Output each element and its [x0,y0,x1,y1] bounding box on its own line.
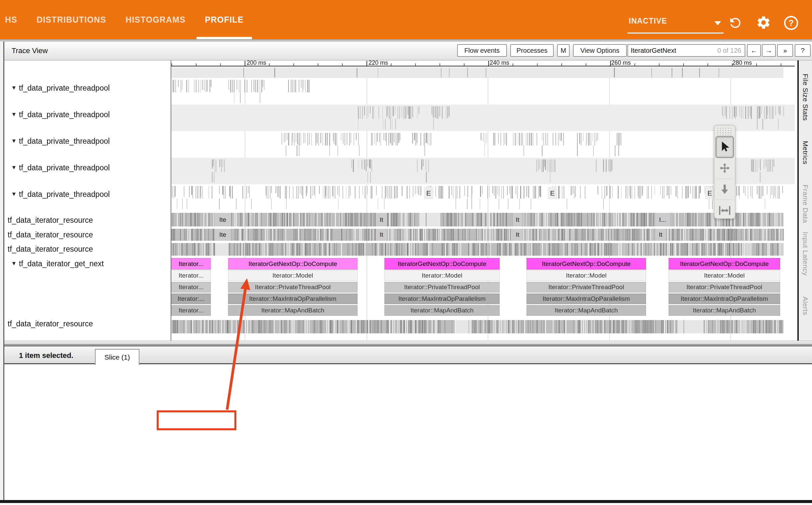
sidebar-track-tf-data-private-threadpool-0[interactable]: ▼tf_data_private_threadpool [4,82,170,94]
event-marker[interactable]: E [548,187,557,199]
tab-hs[interactable]: HS [0,0,27,39]
trace-help-button[interactable]: ? [795,44,811,57]
slice-iterator-maxintraopparallelism-2[interactable]: Iterator::MaxIntraOpParallelism [384,294,499,304]
slice-iterator-privatethreadpool-2[interactable]: Iterator::PrivateThreadPool [384,282,499,293]
toolbar-button-m[interactable]: M [557,44,570,57]
track-label: tf_data_private_threadpool [19,110,110,119]
more-button[interactable]: » [777,44,793,57]
resource-slice-label[interactable]: Ite [214,213,231,226]
slice-iterator-model-4[interactable]: Iterator::Model [668,270,780,281]
sidebar-track-tf-data-iterator-resource-5[interactable]: tf_data_iterator_resource [4,214,174,226]
run-selector-value: INACTIVE [629,17,667,26]
slice-iterator-model-1[interactable]: Iterator::Model [228,270,358,281]
resource-slice-label[interactable]: I... [655,213,670,226]
tab-histograms[interactable]: HISTOGRAMS [116,0,195,39]
search-result-count: 0 of 126 [718,47,741,54]
slice-iterator-model-3[interactable]: Iterator::Model [527,270,646,281]
sidebar-track-tf-data-private-threadpool-3[interactable]: ▼tf_data_private_threadpool [4,162,170,173]
track-label: tf_data_private_threadpool [19,84,110,93]
toolbar-button-processes[interactable]: Processes [510,44,554,57]
slice-iterator-0[interactable]: Iterator... [171,305,211,316]
slice-iterator-maxintraopparallelism-3[interactable]: Iterator::MaxIntraOpParallelism [527,294,646,304]
resource-slice-label[interactable]: Ite [214,229,231,241]
slice-iterator-0[interactable]: Iterator... [171,282,211,293]
tool-palette [714,125,735,219]
sidebar-track-tf-data-iterator-resource-9[interactable]: tf_data_iterator_resource [4,318,174,329]
tab-distributions[interactable]: DISTRIBUTIONS [27,0,116,39]
timing-tool-icon[interactable] [716,200,734,220]
sidebar-track-tf-data-iterator-resource-7[interactable]: tf_data_iterator_resource [4,243,174,255]
slice-iterator-maxintraopparallelism-4[interactable]: Iterator::MaxIntraOpParallelism [668,294,780,304]
right-tab-alerts[interactable]: Alerts [801,297,809,315]
run-selector-dropdown[interactable]: INACTIVE [627,13,724,33]
slice-iterator-privatethreadpool-1[interactable]: Iterator::PrivateThreadPool [228,282,358,293]
toolbar-button-view-options[interactable]: View Options [573,44,627,57]
slice-iterator-0[interactable]: Iterator:... [171,294,211,304]
sidebar-track-tf-data-iterator-get-next-8[interactable]: ▼tf_data_iterator_get_next [4,258,170,269]
slice-iterator-mapandbatch-4[interactable]: Iterator::MapAndBatch [668,305,780,316]
tab-profile[interactable]: PROFILE [195,0,253,39]
sidebar-track-tf-data-private-threadpool-2[interactable]: ▼tf_data_private_threadpool [4,136,170,147]
slice-iterator-maxintraopparallelism-1[interactable]: Iterator::MaxIntraOpParallelism [228,294,358,304]
slice-iterator-privatethreadpool-3[interactable]: Iterator::PrivateThreadPool [527,282,646,293]
dropdown-caret-icon [715,21,721,25]
resource-slice-label[interactable]: It [655,229,667,241]
window-bottom-edge [0,500,812,503]
tab-slice[interactable]: Slice (1) [95,349,140,365]
slice-iterator-mapandbatch-3[interactable]: Iterator::MapAndBatch [527,305,646,316]
collapse-arrow-icon: ▼ [9,111,19,118]
slice-iteratorgetnextop-docompute-3[interactable]: IteratorGetNextOp::DoCompute [527,258,646,270]
resource-slice-label[interactable]: It [512,229,523,241]
trace-toolbar: Trace View IteratorGetNext 0 of 126 Flow… [4,41,812,60]
selection-tool-icon[interactable] [716,136,734,158]
resource-slice-label[interactable]: It [376,213,387,226]
help-icon[interactable]: ? [783,15,799,30]
slice-group-2: IteratorGetNextOp::DoComputeIterator::Mo… [384,258,499,316]
slice-iteratorgetnextop-docompute-4[interactable]: IteratorGetNextOp::DoCompute [668,258,780,270]
refresh-icon[interactable] [728,15,743,30]
palette-drag-handle[interactable] [717,127,733,136]
trace-view-title: Trace View [12,46,48,55]
header-tab-bar: HSDISTRIBUTIONSHISTOGRAMSPROFILE [0,0,253,39]
sidebar-track-tf-data-iterator-resource-6[interactable]: tf_data_iterator_resource [4,229,174,240]
slice-iterator-mapandbatch-1[interactable]: Iterator::MapAndBatch [228,305,358,316]
event-marker[interactable]: E [424,187,433,199]
ruler-tick-label: 200 ms [247,59,266,66]
sidebar-track-tf-data-private-threadpool-1[interactable]: ▼tf_data_private_threadpool [4,109,170,120]
settings-icon[interactable] [756,15,771,30]
zoom-tool-icon[interactable] [716,180,734,200]
ruler-tick-label: 220 ms [369,59,388,66]
slice-iteratorgetnextop-docompute-2[interactable]: IteratorGetNextOp::DoCompute [384,258,499,270]
toolbar-button-flow-events[interactable]: Flow events [457,44,507,57]
track-label: tf_data_iterator_resource [8,319,93,328]
slice-iterator-privatethreadpool-4[interactable]: Iterator::PrivateThreadPool [668,282,780,293]
collapse-arrow-icon: ▼ [9,85,19,91]
right-tab-frame-data[interactable]: Frame Data [801,185,809,223]
slice-group-4: IteratorGetNextOp::DoComputeIterator::Mo… [668,258,780,316]
ruler-tick-label: 280 ms [732,59,752,66]
find-next-button[interactable]: → [762,44,776,57]
sidebar-track-tf-data-private-threadpool-4[interactable]: ▼tf_data_private_threadpool [4,189,170,200]
right-tab-input-latency[interactable]: Input Latency [801,232,809,276]
pan-tool-icon[interactable] [716,159,734,179]
profiler-app: HSDISTRIBUTIONSHISTOGRAMSPROFILE INACTIV… [0,0,812,505]
header-shadow [0,39,812,41]
event-marker[interactable]: E [705,187,715,199]
slice-iterator-model-2[interactable]: Iterator::Model [384,270,499,281]
slice-iteratorgetnextop-docompute-1[interactable]: IteratorGetNextOp::DoCompute [228,258,358,270]
track-label: tf_data_private_threadpool [19,137,110,146]
resource-slice-label[interactable]: It [376,229,387,241]
right-tab-file-size-stats[interactable]: File Size Stats [801,74,809,121]
svg-text:?: ? [788,18,793,28]
search-value: IteratorGetNext [631,47,676,54]
resource-slice-label[interactable]: It [512,213,523,226]
annotation-highlight-box [157,410,236,430]
search-input[interactable]: IteratorGetNext 0 of 126 [627,44,745,57]
ruler-tick-label: 240 ms [490,59,509,66]
slice-iterator-0[interactable]: Iterator... [171,258,211,270]
analysis-header-bar: 1 item selected. Slice (1) [4,347,812,364]
find-prev-button[interactable]: ← [747,44,761,57]
right-tab-metrics[interactable]: Metrics [801,141,809,164]
slice-iterator-0[interactable]: Iterator... [171,270,211,281]
slice-iterator-mapandbatch-2[interactable]: Iterator::MapAndBatch [384,305,499,316]
